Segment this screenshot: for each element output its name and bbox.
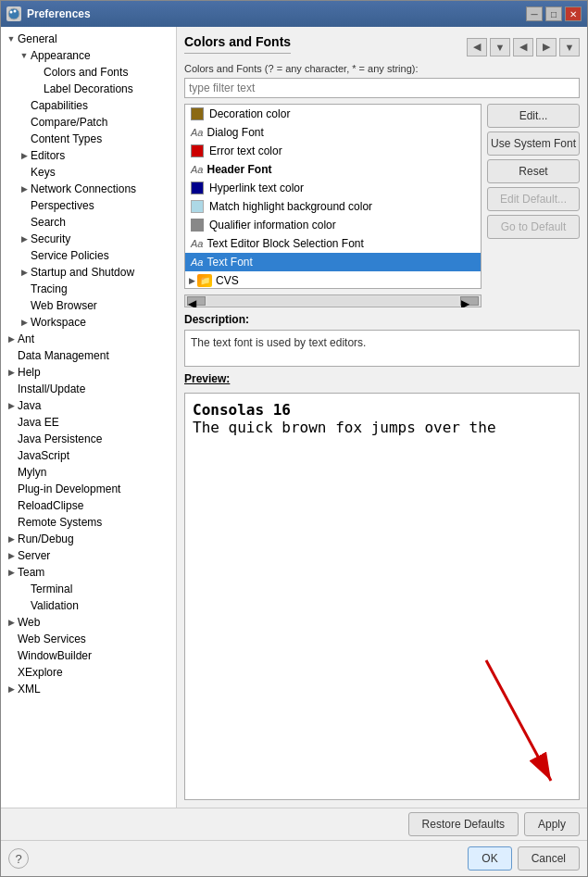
sidebar-item-data-mgmt[interactable]: Data Management <box>1 347 176 364</box>
reset-button[interactable]: Reset <box>487 159 580 183</box>
sidebar-label-tracing: Tracing <box>31 282 68 295</box>
match-color-swatch <box>191 200 204 213</box>
scrollbar-left-arrow[interactable]: ◀ <box>187 296 206 306</box>
sidebar-item-xexplore[interactable]: XExplore <box>1 664 176 681</box>
expand-arrow-run-debug: ▶ <box>5 534 18 544</box>
preview-label: Preview: <box>184 372 230 385</box>
sidebar-item-java-persistence[interactable]: Java Persistence <box>1 431 176 447</box>
sidebar-item-tracing[interactable]: Tracing <box>1 281 176 297</box>
cancel-button[interactable]: Cancel <box>518 846 580 871</box>
list-container: Decoration color Aa Dialog Font Error te… <box>184 104 482 307</box>
sidebar-item-compare-patch[interactable]: Compare/Patch <box>1 114 176 131</box>
sidebar-item-server[interactable]: ▶ Server <box>1 547 176 564</box>
sidebar-item-ant[interactable]: ▶ Ant <box>1 331 176 347</box>
sidebar-label-validation: Validation <box>31 599 79 612</box>
go-to-default-button[interactable]: Go to Default <box>487 215 580 239</box>
sidebar-item-capabilities[interactable]: Capabilities <box>1 97 176 114</box>
sidebar-item-mylyn[interactable]: Mylyn <box>1 464 176 481</box>
minimize-button[interactable]: ─ <box>526 6 543 21</box>
cf-item-dialog-font[interactable]: Aa Dialog Font <box>185 123 481 142</box>
apply-button[interactable]: Apply <box>524 812 580 836</box>
sidebar-item-web[interactable]: ▶ Web <box>1 614 176 631</box>
sidebar-item-xml[interactable]: ▶ XML <box>1 681 176 697</box>
sidebar-item-web-services[interactable]: Web Services <box>1 631 176 647</box>
nav-back[interactable]: ◀ <box>513 38 533 56</box>
sidebar-item-windowbuilder[interactable]: WindowBuilder <box>1 647 176 664</box>
cf-expand-cvs[interactable]: ▶ 📁 CVS <box>185 271 481 289</box>
back-button[interactable]: ◀ <box>467 38 487 56</box>
sidebar-item-run-debug[interactable]: ▶ Run/Debug <box>1 531 176 547</box>
sidebar-item-plugin-dev[interactable]: Plug-in Development <box>1 481 176 497</box>
sidebar-item-java[interactable]: ▶ Java <box>1 397 176 414</box>
sidebar-item-javascript[interactable]: JavaScript <box>1 447 176 464</box>
sidebar-item-network[interactable]: ▶ Network Connections <box>1 181 176 197</box>
list-scrollbar-horizontal[interactable]: ◀ ▶ <box>184 294 482 307</box>
sidebar-item-content-types[interactable]: Content Types <box>1 131 176 147</box>
sidebar-item-team[interactable]: ▶ Team <box>1 564 176 581</box>
sidebar-item-startup[interactable]: ▶ Startup and Shutdow <box>1 264 176 281</box>
cf-item-block-selection-font[interactable]: Aa Text Editor Block Selection Font <box>185 234 481 253</box>
sidebar-item-colors-fonts[interactable]: Colors and Fonts <box>1 64 176 81</box>
cf-item-qualifier-color[interactable]: Qualifier information color <box>185 216 481 234</box>
sidebar-item-validation[interactable]: Validation <box>1 597 176 614</box>
cf-item-hyperlink-color[interactable]: Hyperlink text color <box>185 179 481 197</box>
close-button[interactable]: ✕ <box>565 6 582 21</box>
sidebar-item-web-browser[interactable]: Web Browser <box>1 297 176 314</box>
filter-input[interactable] <box>184 78 580 98</box>
cf-item-text-font[interactable]: Aa Text Font <box>185 253 481 271</box>
sidebar-item-security[interactable]: ▶ Security <box>1 231 176 247</box>
sidebar-label-help: Help <box>18 366 41 379</box>
sidebar-item-search[interactable]: Search <box>1 214 176 231</box>
sidebar-label-reloadclipse: ReloadClipse <box>18 499 83 512</box>
ok-button[interactable]: OK <box>468 846 511 871</box>
cf-item-match-color[interactable]: Match highlight background color <box>185 197 481 216</box>
cf-label-hyperlink-color: Hyperlink text color <box>209 182 304 194</box>
sidebar-label-ant: Ant <box>18 332 34 345</box>
use-system-font-button[interactable]: Use System Font <box>487 132 580 156</box>
sidebar-item-workspace[interactable]: ▶ Workspace <box>1 314 176 331</box>
edit-default-button[interactable]: Edit Default... <box>487 187 580 211</box>
preview-text-1: Consolas 16 <box>193 401 571 419</box>
sidebar-item-appearance[interactable]: ▼ Appearance <box>1 47 176 64</box>
cf-item-header-font[interactable]: Aa Header Font <box>185 160 481 179</box>
help-button[interactable]: ? <box>8 848 29 869</box>
forward-dropdown[interactable]: ▼ <box>490 38 510 56</box>
nav-forward[interactable]: ▶ <box>536 38 557 56</box>
sidebar-item-label-decorations[interactable]: Label Decorations <box>1 81 176 97</box>
sidebar-item-general[interactable]: ▼ General <box>1 31 176 47</box>
sidebar-label-java-persist: Java Persistence <box>18 432 102 445</box>
edit-button[interactable]: Edit... <box>487 104 580 128</box>
sidebar-item-service-policies[interactable]: Service Policies <box>1 247 176 264</box>
cf-label-cvs: CVS <box>216 274 239 287</box>
aa-icon-text-font: Aa <box>191 257 203 268</box>
right-panel: Colors and Fonts ◀ ▼ ◀ ▶ ▼ Colors and Fo… <box>177 27 587 808</box>
expand-arrow-web: ▶ <box>5 618 18 627</box>
aa-icon-block-sel-font: Aa <box>191 238 203 249</box>
sidebar-item-terminal[interactable]: Terminal <box>1 581 176 597</box>
sidebar-item-install[interactable]: Install/Update <box>1 381 176 397</box>
sidebar-item-help[interactable]: ▶ Help <box>1 364 176 381</box>
sidebar-item-java-ee[interactable]: Java EE <box>1 414 176 431</box>
maximize-button[interactable]: □ <box>545 6 562 21</box>
sidebar-label-xml: XML <box>18 683 41 695</box>
cf-item-decoration-color[interactable]: Decoration color <box>185 105 481 123</box>
cf-item-error-color[interactable]: Error text color <box>185 142 481 160</box>
scrollbar-right-arrow[interactable]: ▶ <box>460 296 479 306</box>
sidebar-item-remote-systems[interactable]: Remote Systems <box>1 514 176 531</box>
sidebar-label-content-types: Content Types <box>31 132 102 145</box>
sidebar-label-search: Search <box>31 216 66 229</box>
preview-text-2: The quick brown fox jumps over the <box>193 419 571 436</box>
sidebar-label-windowbuilder: WindowBuilder <box>18 649 92 662</box>
expand-arrow-cvs-icon: ▶ <box>189 276 195 285</box>
window-controls: ─ □ ✕ <box>526 6 582 21</box>
svg-point-0 <box>8 8 19 19</box>
sidebar-item-reloadclipse[interactable]: ReloadClipse <box>1 497 176 514</box>
sidebar-label-mylyn: Mylyn <box>18 466 46 479</box>
sidebar-item-perspectives[interactable]: Perspectives <box>1 197 176 214</box>
sidebar-label-editors: Editors <box>31 149 65 162</box>
nav-dropdown[interactable]: ▼ <box>559 38 580 56</box>
sidebar-item-editors[interactable]: ▶ Editors <box>1 147 176 164</box>
restore-defaults-button[interactable]: Restore Defaults <box>408 812 519 836</box>
main-content: ▼ General ▼ Appearance Colors and Fonts … <box>1 27 587 808</box>
sidebar-item-keys[interactable]: Keys <box>1 164 176 181</box>
